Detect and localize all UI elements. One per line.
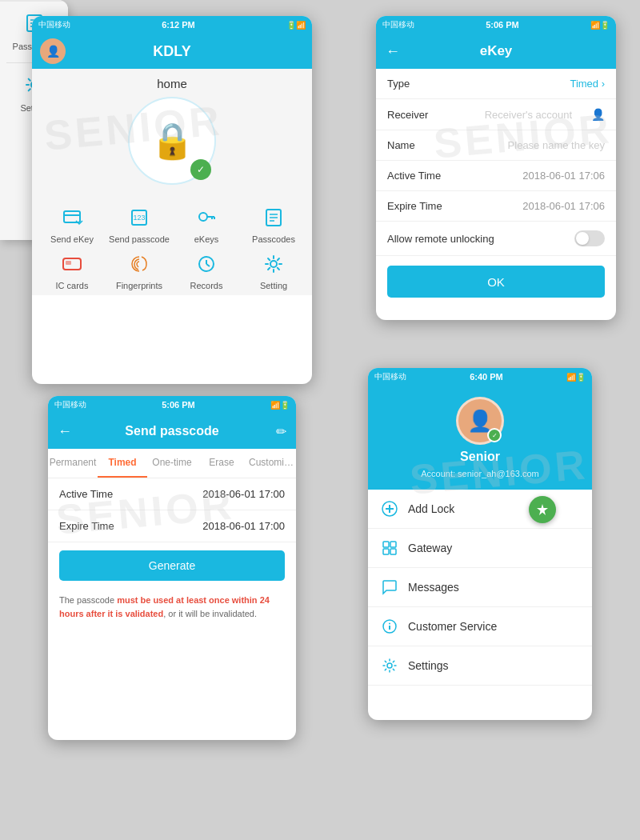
ekey-body: Type Timed › Receiver 👤 Name Active Time… xyxy=(376,69,616,307)
passcode-header: ← Send passcode ✏ xyxy=(48,414,296,449)
time-ekey: 5:06 PM xyxy=(486,20,519,30)
ekey-ok-button[interactable]: OK xyxy=(387,266,605,298)
menu-label-send-passcode: Send passcode xyxy=(109,234,170,245)
ekey-receiver-row[interactable]: Receiver 👤 xyxy=(376,99,616,130)
status-icons-profile: 📶🔋 xyxy=(566,373,586,382)
ekeys-icon xyxy=(190,203,222,232)
menu-item-records[interactable]: Records xyxy=(174,250,238,291)
status-icons-home: 🔋📶 xyxy=(286,21,306,30)
fingerprints-icon xyxy=(123,250,155,278)
tab-one-time[interactable]: One-time xyxy=(147,449,197,478)
receiver-input[interactable] xyxy=(444,109,572,121)
customer-service-label: Customer Service xyxy=(408,620,497,633)
tab-permanent[interactable]: Permanent xyxy=(48,449,98,478)
ekey-expire-time-row: Expire Time 2018-06-01 17:06 xyxy=(376,191,616,222)
svg-rect-21 xyxy=(383,542,389,547)
menu-label-fingerprints: Fingerprints xyxy=(116,281,162,291)
menu-messages[interactable]: Messages xyxy=(368,568,592,607)
menu-item-send-passcode[interactable]: 123 Send passcode xyxy=(107,203,171,245)
passcode-active-time-label: Active Time xyxy=(59,488,113,500)
passcode-expire-time-value: 2018-06-01 17:00 xyxy=(202,520,285,532)
passcodes-icon xyxy=(258,203,290,232)
app-title: KDLY xyxy=(153,43,190,60)
passcode-body: Active Time 2018-06-01 17:00 Expire Time… xyxy=(48,478,296,625)
svg-rect-13 xyxy=(66,261,71,265)
warning-end: , or it will be invalidated. xyxy=(163,609,257,618)
menu-item-ic-cards[interactable]: IC cards xyxy=(40,250,104,291)
menu-label-send-ekey: Send eKey xyxy=(50,234,94,245)
send-passcode-icon: 123 xyxy=(123,203,155,232)
ekey-type-row[interactable]: Type Timed › xyxy=(376,69,616,99)
status-icons-passcode: 📶🔋 xyxy=(270,401,290,410)
tab-customize[interactable]: Customi… xyxy=(246,449,296,478)
passcode-expire-time-row: Expire Time 2018-06-01 17:00 xyxy=(48,510,296,542)
customer-service-icon xyxy=(381,618,398,635)
profile-avatar[interactable]: 👤 ✓ xyxy=(456,397,504,445)
setting-icon xyxy=(258,250,290,278)
screen-passcode: 中国移动 5:06 PM 📶🔋 ← Send passcode ✏ Perman… xyxy=(48,396,296,740)
menu-item-setting[interactable]: Setting xyxy=(242,250,306,291)
carrier-home: 中国移动 xyxy=(38,19,70,30)
profile-header: 👤 ✓ Senior Account: senior_ah@163.com xyxy=(368,386,592,490)
screen-home: 中国移动 6:12 PM 🔋📶 👤 KDLY home 🔒 ✓ Send eKe… xyxy=(32,16,312,384)
ekey-name-row[interactable]: Name xyxy=(376,130,616,161)
svg-point-28 xyxy=(387,663,392,668)
screen-ekey: 中国移动 5:06 PM 📶🔋 ← eKey Type Timed › Rece… xyxy=(376,16,616,320)
avatar[interactable]: 👤 xyxy=(40,38,66,64)
warning-normal: The passcode xyxy=(59,595,117,605)
name-input[interactable] xyxy=(469,139,605,151)
add-lock-label: Add Lock xyxy=(408,502,454,515)
svg-rect-0 xyxy=(64,211,80,222)
passcode-title: Send passcode xyxy=(125,424,218,438)
passcode-edit-button[interactable]: ✏ xyxy=(276,424,286,439)
carrier-ekey: 中国移动 xyxy=(382,19,414,30)
type-label: Type xyxy=(387,78,410,90)
passcode-back-button[interactable]: ← xyxy=(58,423,72,440)
carrier-passcode: 中国移动 xyxy=(54,399,86,410)
gateway-icon xyxy=(381,539,398,557)
menu-label-records: Records xyxy=(190,281,223,291)
ic-cards-icon xyxy=(56,250,88,278)
svg-point-27 xyxy=(389,623,390,625)
remote-unlock-toggle[interactable] xyxy=(574,230,605,246)
expire-time-label: Expire Time xyxy=(387,200,442,212)
status-icons-ekey: 📶🔋 xyxy=(590,21,610,30)
ekey-back-button[interactable]: ← xyxy=(386,43,400,60)
menu-label-ic-cards: IC cards xyxy=(56,281,89,291)
name-label: Name xyxy=(387,139,415,151)
time-passcode: 5:06 PM xyxy=(162,400,195,410)
settings-label: Settings xyxy=(408,659,449,672)
expire-time-value: 2018-06-01 17:06 xyxy=(522,200,605,212)
menu-item-fingerprints[interactable]: Fingerprints xyxy=(107,250,171,291)
active-time-value: 2018-06-01 17:06 xyxy=(522,170,605,182)
passcode-active-time-row: Active Time 2018-06-01 17:00 xyxy=(48,478,296,510)
ekey-remote-unlock-row: Allow remote unlocking xyxy=(376,222,616,256)
tab-timed[interactable]: Timed xyxy=(98,449,147,478)
profile-account: Account: senior_ah@163.com xyxy=(421,469,539,478)
status-bar-passcode: 中国移动 5:06 PM 📶🔋 xyxy=(48,396,296,414)
menu-label-setting: Setting xyxy=(260,281,287,291)
warning-text: The passcode must be used at least once … xyxy=(48,589,296,625)
menu-item-send-ekey[interactable]: Send eKey xyxy=(40,203,104,245)
generate-button[interactable]: Generate xyxy=(59,550,285,581)
receiver-label: Receiver xyxy=(387,109,428,121)
green-fab-button[interactable] xyxy=(529,496,556,523)
ekey-title: eKey xyxy=(480,43,513,59)
ekey-header: ← eKey xyxy=(376,34,616,69)
menu-customer-service[interactable]: Customer Service xyxy=(368,607,592,646)
messages-icon xyxy=(381,578,398,596)
lock-status-badge: ✓ xyxy=(190,159,211,180)
svg-line-16 xyxy=(206,264,210,266)
time-home: 6:12 PM xyxy=(162,20,195,30)
menu-settings[interactable]: Settings xyxy=(368,646,592,686)
screen-profile: 中国移动 6:40 PM 📶🔋 👤 ✓ Senior Account: seni… xyxy=(368,368,592,720)
tab-erase[interactable]: Erase xyxy=(197,449,246,478)
lock-icon: 🔒 xyxy=(150,120,194,162)
active-time-label: Active Time xyxy=(387,170,441,182)
menu-item-ekeys[interactable]: eKeys xyxy=(174,203,238,245)
settings-icon xyxy=(381,657,398,674)
menu-gateway[interactable]: Gateway xyxy=(368,529,592,568)
svg-rect-22 xyxy=(390,542,396,547)
menu-item-passcodes[interactable]: Passcodes xyxy=(242,203,306,245)
menu-add-lock[interactable]: Add Lock xyxy=(368,490,592,529)
